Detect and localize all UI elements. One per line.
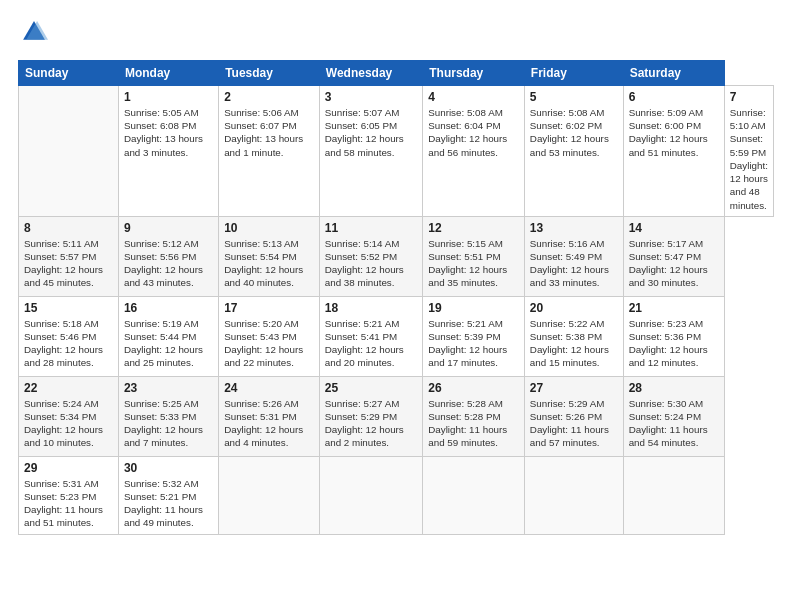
logo-icon [20, 18, 48, 46]
day-info: Sunrise: 5:25 AMSunset: 5:33 PMDaylight:… [124, 397, 213, 450]
calendar-cell: 22Sunrise: 5:24 AMSunset: 5:34 PMDayligh… [19, 376, 119, 456]
weekday-header-sunday: Sunday [19, 61, 119, 86]
day-number: 3 [325, 90, 417, 104]
day-number: 29 [24, 461, 113, 475]
day-info: Sunrise: 5:16 AMSunset: 5:49 PMDaylight:… [530, 237, 618, 290]
day-info: Sunrise: 5:21 AMSunset: 5:41 PMDaylight:… [325, 317, 417, 370]
calendar-cell: 16Sunrise: 5:19 AMSunset: 5:44 PMDayligh… [118, 296, 218, 376]
calendar-cell: 14Sunrise: 5:17 AMSunset: 5:47 PMDayligh… [623, 216, 724, 296]
calendar-cell: 30Sunrise: 5:32 AMSunset: 5:21 PMDayligh… [118, 456, 218, 534]
calendar-cell: 10Sunrise: 5:13 AMSunset: 5:54 PMDayligh… [219, 216, 320, 296]
weekday-header-thursday: Thursday [423, 61, 525, 86]
weekday-header-saturday: Saturday [623, 61, 724, 86]
day-number: 16 [124, 301, 213, 315]
day-number: 9 [124, 221, 213, 235]
calendar-cell: 19Sunrise: 5:21 AMSunset: 5:39 PMDayligh… [423, 296, 525, 376]
day-number: 20 [530, 301, 618, 315]
day-number: 2 [224, 90, 314, 104]
day-info: Sunrise: 5:19 AMSunset: 5:44 PMDaylight:… [124, 317, 213, 370]
day-info: Sunrise: 5:08 AMSunset: 6:04 PMDaylight:… [428, 106, 519, 159]
day-info: Sunrise: 5:09 AMSunset: 6:00 PMDaylight:… [629, 106, 719, 159]
day-number: 4 [428, 90, 519, 104]
day-info: Sunrise: 5:29 AMSunset: 5:26 PMDaylight:… [530, 397, 618, 450]
day-number: 13 [530, 221, 618, 235]
day-info: Sunrise: 5:23 AMSunset: 5:36 PMDaylight:… [629, 317, 719, 370]
day-info: Sunrise: 5:28 AMSunset: 5:28 PMDaylight:… [428, 397, 519, 450]
day-number: 1 [124, 90, 213, 104]
day-number: 25 [325, 381, 417, 395]
day-info: Sunrise: 5:10 AMSunset: 5:59 PMDaylight:… [730, 106, 768, 212]
calendar-cell: 9Sunrise: 5:12 AMSunset: 5:56 PMDaylight… [118, 216, 218, 296]
day-info: Sunrise: 5:27 AMSunset: 5:29 PMDaylight:… [325, 397, 417, 450]
day-info: Sunrise: 5:05 AMSunset: 6:08 PMDaylight:… [124, 106, 213, 159]
day-info: Sunrise: 5:15 AMSunset: 5:51 PMDaylight:… [428, 237, 519, 290]
calendar-cell: 28Sunrise: 5:30 AMSunset: 5:24 PMDayligh… [623, 376, 724, 456]
day-number: 10 [224, 221, 314, 235]
day-info: Sunrise: 5:24 AMSunset: 5:34 PMDaylight:… [24, 397, 113, 450]
day-number: 17 [224, 301, 314, 315]
day-number: 5 [530, 90, 618, 104]
day-info: Sunrise: 5:30 AMSunset: 5:24 PMDaylight:… [629, 397, 719, 450]
calendar-cell: 3Sunrise: 5:07 AMSunset: 6:05 PMDaylight… [319, 86, 422, 217]
day-number: 28 [629, 381, 719, 395]
calendar-cell: 12Sunrise: 5:15 AMSunset: 5:51 PMDayligh… [423, 216, 525, 296]
calendar-cell [319, 456, 422, 534]
calendar-cell: 27Sunrise: 5:29 AMSunset: 5:26 PMDayligh… [524, 376, 623, 456]
calendar-cell: 1Sunrise: 5:05 AMSunset: 6:08 PMDaylight… [118, 86, 218, 217]
day-number: 22 [24, 381, 113, 395]
calendar-cell: 7Sunrise: 5:10 AMSunset: 5:59 PMDaylight… [724, 86, 773, 217]
day-info: Sunrise: 5:11 AMSunset: 5:57 PMDaylight:… [24, 237, 113, 290]
calendar-cell [423, 456, 525, 534]
calendar-cell: 29Sunrise: 5:31 AMSunset: 5:23 PMDayligh… [19, 456, 119, 534]
calendar-cell: 24Sunrise: 5:26 AMSunset: 5:31 PMDayligh… [219, 376, 320, 456]
day-number: 15 [24, 301, 113, 315]
day-number: 27 [530, 381, 618, 395]
day-info: Sunrise: 5:17 AMSunset: 5:47 PMDaylight:… [629, 237, 719, 290]
calendar-cell: 17Sunrise: 5:20 AMSunset: 5:43 PMDayligh… [219, 296, 320, 376]
calendar-cell: 2Sunrise: 5:06 AMSunset: 6:07 PMDaylight… [219, 86, 320, 217]
calendar-cell: 4Sunrise: 5:08 AMSunset: 6:04 PMDaylight… [423, 86, 525, 217]
day-info: Sunrise: 5:31 AMSunset: 5:23 PMDaylight:… [24, 477, 113, 530]
calendar-cell [623, 456, 724, 534]
day-number: 19 [428, 301, 519, 315]
day-number: 12 [428, 221, 519, 235]
weekday-header-friday: Friday [524, 61, 623, 86]
day-info: Sunrise: 5:06 AMSunset: 6:07 PMDaylight:… [224, 106, 314, 159]
calendar-table: SundayMondayTuesdayWednesdayThursdayFrid… [18, 60, 774, 535]
weekday-header-wednesday: Wednesday [319, 61, 422, 86]
calendar-cell: 20Sunrise: 5:22 AMSunset: 5:38 PMDayligh… [524, 296, 623, 376]
calendar-cell [219, 456, 320, 534]
day-number: 14 [629, 221, 719, 235]
calendar-cell: 25Sunrise: 5:27 AMSunset: 5:29 PMDayligh… [319, 376, 422, 456]
calendar-cell [19, 86, 119, 217]
day-info: Sunrise: 5:08 AMSunset: 6:02 PMDaylight:… [530, 106, 618, 159]
day-number: 21 [629, 301, 719, 315]
day-number: 26 [428, 381, 519, 395]
weekday-header-monday: Monday [118, 61, 218, 86]
calendar-cell: 13Sunrise: 5:16 AMSunset: 5:49 PMDayligh… [524, 216, 623, 296]
calendar-cell: 18Sunrise: 5:21 AMSunset: 5:41 PMDayligh… [319, 296, 422, 376]
weekday-header-row: SundayMondayTuesdayWednesdayThursdayFrid… [19, 61, 774, 86]
day-info: Sunrise: 5:18 AMSunset: 5:46 PMDaylight:… [24, 317, 113, 370]
day-info: Sunrise: 5:21 AMSunset: 5:39 PMDaylight:… [428, 317, 519, 370]
day-info: Sunrise: 5:13 AMSunset: 5:54 PMDaylight:… [224, 237, 314, 290]
day-info: Sunrise: 5:22 AMSunset: 5:38 PMDaylight:… [530, 317, 618, 370]
day-info: Sunrise: 5:26 AMSunset: 5:31 PMDaylight:… [224, 397, 314, 450]
calendar-cell: 21Sunrise: 5:23 AMSunset: 5:36 PMDayligh… [623, 296, 724, 376]
calendar-cell: 11Sunrise: 5:14 AMSunset: 5:52 PMDayligh… [319, 216, 422, 296]
calendar-cell: 23Sunrise: 5:25 AMSunset: 5:33 PMDayligh… [118, 376, 218, 456]
day-number: 18 [325, 301, 417, 315]
day-number: 11 [325, 221, 417, 235]
page-header [18, 18, 774, 50]
day-number: 7 [730, 90, 768, 104]
calendar-cell: 15Sunrise: 5:18 AMSunset: 5:46 PMDayligh… [19, 296, 119, 376]
weekday-header-tuesday: Tuesday [219, 61, 320, 86]
day-number: 24 [224, 381, 314, 395]
calendar-cell: 6Sunrise: 5:09 AMSunset: 6:00 PMDaylight… [623, 86, 724, 217]
calendar-page: SundayMondayTuesdayWednesdayThursdayFrid… [0, 0, 792, 612]
day-number: 8 [24, 221, 113, 235]
day-info: Sunrise: 5:14 AMSunset: 5:52 PMDaylight:… [325, 237, 417, 290]
day-number: 6 [629, 90, 719, 104]
day-info: Sunrise: 5:20 AMSunset: 5:43 PMDaylight:… [224, 317, 314, 370]
day-number: 23 [124, 381, 213, 395]
